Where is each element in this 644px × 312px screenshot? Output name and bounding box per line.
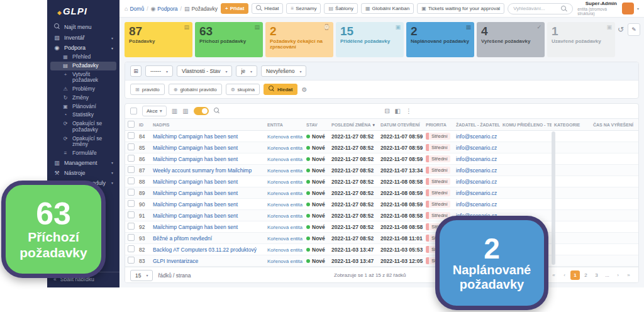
table-row[interactable]: 86 Mailchimp Campaign has been sent Koře… — [125, 153, 639, 165]
table-row[interactable]: 88 Mailchimp Campaign has been sent Koře… — [125, 176, 639, 187]
sidebar-item-recurrent-changes[interactable]: ⟳ Opakující se změny — [47, 135, 119, 150]
sidebar-item-create-ticket[interactable]: + Vytvořit požadavek — [47, 70, 119, 86]
stat-card-tickets[interactable]: 87 Požadavky ▤ — [125, 22, 192, 57]
page-size-select[interactable]: 15 ▾ — [130, 270, 153, 281]
add-rule-button[interactable]: ⊞ pravidlo — [130, 84, 165, 95]
add-group-button[interactable]: ⊚ skupina — [226, 84, 260, 95]
columns-icon[interactable]: ▥ — [182, 108, 188, 114]
table-scrollbar[interactable] — [552, 131, 555, 265]
table-row[interactable]: 85 Mailchimp Campaign has been sent Koře… — [125, 142, 639, 153]
global-search-input[interactable] — [513, 6, 558, 11]
ticket-title-link[interactable]: Běžné a přitom nevšední — [153, 235, 212, 242]
entity-link[interactable]: Kořenová entita — [267, 191, 303, 196]
column-header-status[interactable]: STAV — [304, 119, 329, 131]
first-page-button[interactable]: « — [549, 270, 558, 280]
row-checkbox[interactable] — [128, 155, 135, 162]
row-checkbox[interactable] — [128, 166, 135, 173]
breadcrumb-assistance[interactable]: Podpora — [157, 6, 177, 12]
columns-icon[interactable]: ▥ — [172, 108, 177, 114]
row-checkbox[interactable] — [128, 223, 135, 230]
add-ticket-button[interactable]: + Přidat — [221, 3, 248, 14]
chart-icon[interactable]: ◧ — [395, 108, 401, 114]
entity-link[interactable]: Kořenová entita — [267, 168, 303, 174]
requester-link[interactable]: info@scenario.cz — [456, 190, 497, 196]
export-icon[interactable]: ⊟ — [384, 108, 389, 114]
edit-dashboard-icon[interactable]: ✎ — [628, 23, 640, 36]
requester-link[interactable]: info@scenario.cz — [456, 201, 497, 208]
glpi-logo[interactable]: ◆GLPI — [47, 4, 119, 21]
sidebar-item-tickets[interactable]: ▤ Požadavky — [50, 62, 116, 70]
column-header-priority[interactable]: PRIORITA — [423, 119, 453, 131]
sidebar-item-problems[interactable]: ⚠ Problémy — [47, 85, 119, 94]
templates-button[interactable]: ▤ Šablony — [324, 3, 357, 14]
column-header-title[interactable]: NADPIS — [150, 119, 265, 131]
actions-button[interactable]: Akce ▾ — [142, 106, 167, 116]
gear-icon[interactable]: ⚙ — [301, 86, 307, 93]
stat-card-closed[interactable]: 1 Uzavřené požadavky ▣ — [547, 22, 615, 57]
requester-link[interactable]: info@scenario.cz — [456, 133, 497, 140]
table-row[interactable]: 83 GLPI Inventarizace Kořenová entita No… — [125, 255, 639, 267]
page-button-3[interactable]: 3 — [592, 270, 601, 280]
kebab-menu-icon[interactable]: ⋮ — [406, 108, 412, 114]
last-page-button[interactable]: » — [624, 270, 633, 280]
ticket-title-link[interactable]: Mailchimp Campaign has been sent — [153, 179, 238, 185]
search-button[interactable]: Hledat — [252, 3, 283, 14]
approval-tickets-button[interactable]: ▣ Tickets waiting for your approval — [417, 3, 504, 14]
entity-link[interactable]: Kořenová entita — [267, 225, 303, 230]
column-header-open-date[interactable]: DATUM OTEVŘENÍ — [378, 119, 423, 131]
requester-link[interactable]: info@scenario.cz — [456, 167, 497, 174]
row-checkbox[interactable] — [128, 257, 135, 264]
filter-search-button[interactable]: Hledat — [264, 84, 297, 95]
filter-toggle[interactable] — [194, 107, 209, 115]
entity-link[interactable]: Kořenová entita — [267, 259, 303, 264]
table-row[interactable]: 87 Weekly account summary from Mailchimp… — [125, 165, 639, 176]
column-header-technician[interactable]: KOMU PŘIDĚLENO - TECHNIK — [500, 119, 552, 131]
ticket-title-link[interactable]: Weekly account summary from Mailchimp — [153, 167, 252, 174]
row-checkbox[interactable] — [128, 234, 135, 241]
criteria-property-select[interactable]: Vlastnosti - Stav ▾ — [177, 65, 232, 77]
select-all-checkbox[interactable] — [130, 108, 137, 114]
requester-link[interactable]: info@scenario.cz — [456, 179, 497, 185]
table-row[interactable]: 82 Backlog AT Computers 03.11.22 produkt… — [125, 244, 639, 255]
entity-link[interactable]: Kořenová entita — [267, 213, 303, 219]
criteria-field-select[interactable]: ------ ▾ — [145, 65, 173, 77]
ticket-title-link[interactable]: Mailchimp Campaign has been sent — [153, 145, 238, 151]
entity-link[interactable]: Kořenová entita — [267, 247, 303, 253]
ticket-title-link[interactable]: Mailchimp Campaign has been sent — [153, 213, 238, 219]
sidebar-item-planning[interactable]: ▣ Plánování — [47, 103, 119, 111]
column-header-entity[interactable]: ENTITA — [265, 119, 304, 131]
ticket-title-link[interactable]: Mailchimp Campaign has been sent — [153, 224, 238, 230]
table-row[interactable]: 90 Mailchimp Campaign has been sent Koře… — [125, 199, 639, 210]
entity-link[interactable]: Kořenová entita — [267, 157, 303, 162]
column-header-id[interactable]: ID — [136, 119, 150, 131]
add-global-rule-button[interactable]: ⊕ globální pravidlo — [169, 84, 222, 95]
sidebar-item-statistics[interactable]: ◔ Statistiky — [47, 111, 119, 120]
page-button-1[interactable]: 1 — [570, 270, 580, 280]
requester-link[interactable]: info@scenario.cz — [456, 156, 497, 162]
sidebar-item-forms[interactable]: ≡ Formuláře — [47, 149, 119, 158]
sidebar-item-recurrent-tickets[interactable]: ⟳ Opakující se požadavky — [47, 120, 119, 135]
row-checkbox[interactable] — [128, 200, 135, 207]
entity-link[interactable]: Kořenová entita — [267, 236, 303, 242]
row-checkbox[interactable] — [128, 245, 135, 252]
column-header-category[interactable]: KATEGORIE — [552, 119, 591, 131]
global-kanban-button[interactable]: ▦ Globální Kanban — [361, 3, 414, 14]
ticket-title-link[interactable]: Mailchimp Campaign has been sent — [153, 190, 238, 196]
stat-card-solved[interactable]: 4 Vyřešené požadavky ✓ — [477, 22, 545, 57]
user-info[interactable]: Super-Admin entita (stromová struktura) — [577, 1, 617, 16]
row-checkbox[interactable] — [128, 177, 135, 184]
sidebar-item-find-menu[interactable]: Najít menu — [47, 21, 119, 33]
entity-link[interactable]: Kořenová entita — [267, 202, 303, 208]
sidebar-item-overview[interactable]: ▦ Přehled — [47, 53, 119, 62]
row-checkbox[interactable] — [128, 189, 135, 196]
column-header-last-update[interactable]: POSLEDNÍ ZMĚNA ▼ — [329, 119, 378, 131]
sidebar-item-management[interactable]: ▥ Management ▾ — [47, 158, 119, 168]
criteria-operator-select[interactable]: je ▾ — [236, 65, 257, 77]
ticket-title-link[interactable]: Mailchimp Campaign has been sent — [153, 133, 238, 140]
table-row[interactable]: 84 Mailchimp Campaign has been sent Koře… — [125, 131, 639, 142]
row-checkbox[interactable] — [128, 132, 135, 139]
search-icon[interactable] — [214, 108, 220, 114]
table-row[interactable]: 92 Mailchimp Campaign has been sent Koře… — [125, 221, 639, 233]
ticket-title-link[interactable]: Mailchimp Campaign has been sent — [153, 156, 238, 162]
page-button-2[interactable]: 2 — [581, 270, 591, 280]
